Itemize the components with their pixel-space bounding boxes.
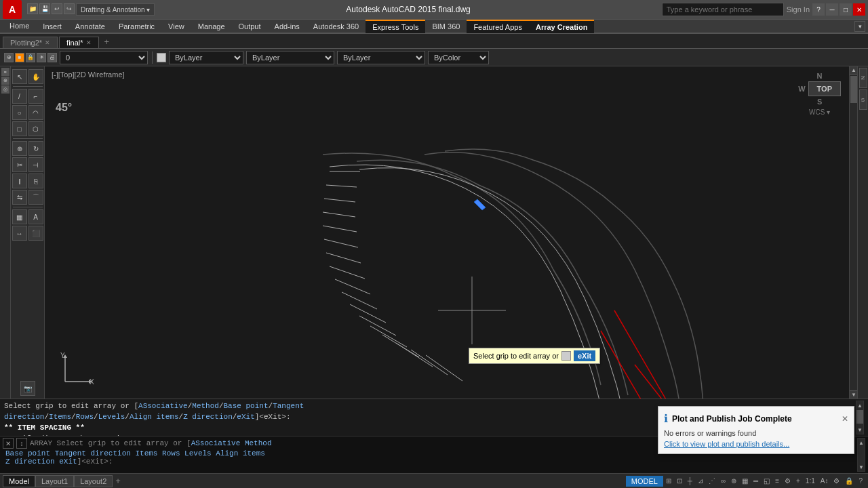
status-osnap-btn[interactable]: ⋰: [706, 474, 718, 489]
canvas-area[interactable]: [-][Top][2D Wireframe] 45°: [45, 66, 857, 399]
status-annotation-btn[interactable]: A↕: [818, 474, 831, 489]
status-ducs-btn[interactable]: ⊕: [728, 474, 739, 489]
status-grid-btn[interactable]: ⊞: [663, 474, 674, 489]
status-lock-btn[interactable]: 🔒: [842, 474, 856, 489]
color-dropdown[interactable]: ByColor: [428, 51, 489, 64]
search-input[interactable]: [662, 3, 784, 16]
fillet-tool[interactable]: ⌒: [28, 190, 43, 205]
polyline-tool[interactable]: ⌐: [28, 89, 43, 104]
rotate-tool[interactable]: ↻: [28, 141, 43, 156]
layer-color-icon[interactable]: ■: [15, 53, 24, 62]
camera-tool[interactable]: 📷: [20, 381, 35, 396]
rectangle-tool[interactable]: □: [12, 121, 27, 136]
layout-tab-layout1[interactable]: Layout1: [35, 475, 74, 487]
pan-tool[interactable]: ✋: [28, 69, 43, 84]
wcs-label[interactable]: WCS ▾: [809, 108, 830, 116]
linetype2-dropdown[interactable]: ByLayer: [246, 51, 334, 64]
dim-tool[interactable]: ↔: [12, 226, 27, 241]
status-snap-btn[interactable]: ⊡: [674, 474, 685, 489]
mini-btn3[interactable]: ◎: [1, 85, 9, 94]
lineweight-dropdown[interactable]: ByLayer: [337, 51, 425, 64]
tab-bim360[interactable]: BIM 360: [425, 20, 467, 33]
layer-dropdown[interactable]: 0: [60, 51, 148, 64]
tab-insert[interactable]: Insert: [36, 20, 68, 33]
workspace-dropdown[interactable]: Drafting & Annotation ▾: [76, 3, 155, 16]
cmd-scroll-down2[interactable]: ▼: [857, 463, 865, 471]
doc-tab-final-close[interactable]: ✕: [86, 39, 92, 46]
cmd-scroll-up2[interactable]: ▲: [857, 439, 865, 447]
mini-btn1[interactable]: ≡: [1, 68, 9, 76]
close-button[interactable]: ✕: [853, 3, 865, 16]
layout-tab-layout2[interactable]: Layout2: [74, 475, 113, 487]
line-tool[interactable]: /: [12, 89, 27, 104]
doc-tab-plotting2-close[interactable]: ✕: [45, 39, 50, 46]
exit-button[interactable]: eXit: [574, 350, 595, 361]
right-nav-btn2[interactable]: S: [859, 89, 867, 110]
select-tool[interactable]: ↖: [12, 69, 27, 84]
arc-tool[interactable]: ◠: [28, 105, 43, 120]
quick-access-save[interactable]: 💾: [39, 3, 50, 14]
status-workspace-btn[interactable]: ⚙: [831, 474, 842, 489]
status-tpmode-btn[interactable]: ◱: [761, 474, 772, 489]
text-tool[interactable]: A: [28, 209, 43, 224]
status-add-btn[interactable]: +: [793, 474, 803, 489]
new-tab-button[interactable]: +: [100, 35, 114, 48]
tab-view[interactable]: View: [161, 20, 191, 33]
tab-express-tools[interactable]: Express Tools: [366, 20, 425, 33]
right-nav-btn1[interactable]: N: [859, 68, 867, 88]
quick-access-redo[interactable]: ↪: [64, 3, 75, 14]
status-otrack-btn[interactable]: ∞: [718, 474, 728, 489]
ribbon-collapse-btn[interactable]: ▾: [854, 21, 865, 32]
tab-featured-apps[interactable]: Featured Apps: [467, 20, 529, 33]
status-dyn-btn[interactable]: ▦: [739, 474, 751, 489]
tab-annotate[interactable]: Annotate: [68, 20, 112, 33]
tab-autodesk360[interactable]: Autodesk 360: [307, 20, 366, 33]
mini-btn2[interactable]: ⊕: [1, 77, 9, 85]
doc-tab-plotting2[interactable]: Plotting2* ✕: [3, 37, 58, 48]
cmd-scroll-btn[interactable]: ↕: [16, 438, 27, 449]
hatch-tool[interactable]: ▦: [12, 209, 27, 224]
command-scrollbar[interactable]: ▲ ▼: [856, 401, 864, 434]
viewcube-top-button[interactable]: TOP: [808, 81, 841, 96]
notification-link[interactable]: Click to view plot and publish details..…: [664, 440, 789, 448]
canvas-right-scrollbar[interactable]: ▲ ▼: [849, 66, 857, 399]
insert-tool[interactable]: ⬛: [28, 226, 43, 241]
status-zoom-btn[interactable]: 1:1: [803, 474, 818, 489]
status-lw-btn[interactable]: ═: [751, 474, 761, 489]
cmd-close-btn[interactable]: ✕: [3, 438, 14, 449]
quick-access-open[interactable]: 📁: [27, 3, 38, 14]
layout-tab-model[interactable]: Model: [3, 475, 35, 487]
linetype1-dropdown[interactable]: ByLayer: [169, 51, 243, 64]
cmd-scroll-down[interactable]: ▼: [856, 426, 864, 434]
tab-output[interactable]: Output: [232, 20, 268, 33]
mirror-tool[interactable]: ⇋: [12, 190, 27, 205]
doc-tab-final[interactable]: final* ✕: [59, 37, 98, 48]
polygon-tool[interactable]: ⬡: [28, 121, 43, 136]
layer-freeze-icon[interactable]: ☀: [37, 53, 46, 62]
notification-close-button[interactable]: ✕: [842, 414, 848, 424]
status-qp-btn[interactable]: ≡: [772, 474, 782, 489]
extend-tool[interactable]: ⊣: [28, 157, 43, 172]
status-polar-btn[interactable]: ⊿: [695, 474, 706, 489]
tab-parametric[interactable]: Parametric: [112, 20, 161, 33]
cmd-scroll-up[interactable]: ▲: [856, 401, 864, 409]
new-layout-button[interactable]: +: [113, 474, 123, 487]
command-scrollbar2[interactable]: ▲ ▼: [857, 438, 865, 472]
tab-addins[interactable]: Add-ins: [268, 20, 307, 33]
minimize-button[interactable]: ─: [826, 3, 838, 16]
copy-tool[interactable]: ⎘: [28, 174, 43, 188]
scroll-down-btn[interactable]: ▼: [850, 390, 857, 399]
move-tool[interactable]: ⊕: [12, 141, 27, 156]
sign-in-button[interactable]: Sign In: [787, 5, 810, 14]
scroll-thumb[interactable]: [850, 76, 857, 103]
quick-access-undo[interactable]: ↩: [52, 3, 62, 14]
status-sc-btn[interactable]: ⚙: [782, 474, 793, 489]
restore-button[interactable]: □: [840, 3, 852, 16]
circle-tool[interactable]: ○: [12, 105, 27, 120]
layer-lock-icon[interactable]: 🔒: [26, 53, 35, 62]
tab-home[interactable]: Home: [3, 20, 36, 33]
help-button[interactable]: ?: [812, 3, 825, 16]
layer-print-icon[interactable]: 🖨: [47, 53, 57, 62]
trim-tool[interactable]: ✂: [12, 157, 27, 172]
tab-array-creation[interactable]: Array Creation: [529, 20, 594, 33]
